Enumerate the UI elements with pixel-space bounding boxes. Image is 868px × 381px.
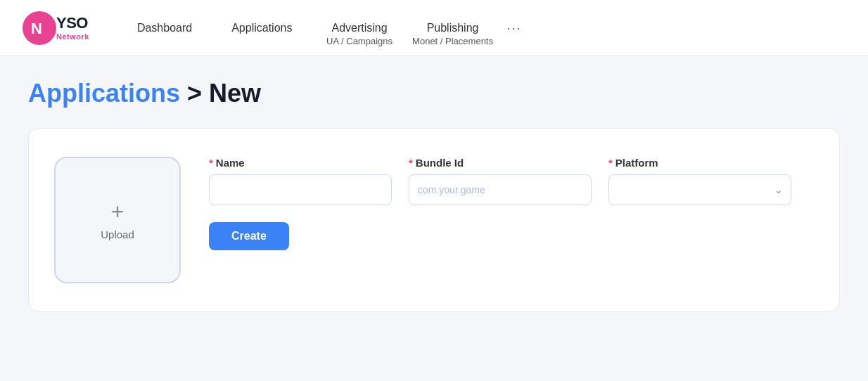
nav-advertising-sub: UA / Campaigns bbox=[326, 37, 392, 46]
platform-field-label: * Platform bbox=[608, 157, 791, 169]
upload-label-text: Upload bbox=[101, 228, 134, 240]
platform-select[interactable]: iOS Android bbox=[608, 174, 791, 205]
bundle-required-star: * bbox=[409, 157, 413, 169]
nav-item-advertising[interactable]: Advertising UA / Campaigns bbox=[312, 0, 407, 56]
fields-row: * Name * Bundle Id * bbox=[209, 157, 814, 205]
bundle-input[interactable] bbox=[409, 174, 592, 205]
nav-applications-label: Applications bbox=[231, 0, 292, 56]
nav-dashboard-label: Dashboard bbox=[137, 0, 192, 56]
logo-yso-text: YSO bbox=[56, 15, 89, 32]
logo-network-text: Network bbox=[56, 32, 89, 41]
form-fields: * Name * Bundle Id * bbox=[209, 157, 814, 250]
svg-text:N: N bbox=[31, 20, 42, 37]
nav-publishing-label: Publishing bbox=[427, 0, 479, 56]
breadcrumb-applications: Applications bbox=[28, 79, 180, 108]
breadcrumb-separator: > bbox=[187, 79, 202, 108]
nav-item-applications[interactable]: Applications bbox=[212, 0, 312, 56]
breadcrumb-new: New bbox=[209, 79, 261, 108]
nav-advertising-label: Advertising bbox=[331, 0, 387, 56]
name-field-group: * Name bbox=[209, 157, 392, 205]
breadcrumb: Applications > New bbox=[28, 79, 840, 108]
form-card: + Upload * Name * Bundle Id bbox=[28, 128, 840, 312]
name-field-label: * Name bbox=[209, 157, 392, 169]
platform-required-star: * bbox=[608, 157, 613, 169]
nav-item-publishing[interactable]: Publishing Monet / Placements bbox=[407, 0, 499, 56]
main-nav: Dashboard Applications Advertising UA / … bbox=[117, 0, 845, 56]
nav-item-dashboard[interactable]: Dashboard bbox=[117, 0, 212, 56]
upload-box[interactable]: + Upload bbox=[54, 157, 181, 283]
logo-icon: N bbox=[23, 11, 56, 45]
name-required-star: * bbox=[209, 157, 213, 169]
upload-plus-icon: + bbox=[111, 200, 125, 223]
platform-field-group: * Platform iOS Android ⌄ bbox=[608, 157, 791, 205]
platform-label-text: Platform bbox=[615, 157, 658, 169]
bundle-label-text: Bundle Id bbox=[416, 157, 464, 169]
create-button-row: Create bbox=[209, 222, 814, 250]
nav-more-button[interactable]: ··· bbox=[498, 0, 530, 56]
main-content: Applications > New + Upload * Name bbox=[0, 56, 868, 335]
nav-publishing-sub: Monet / Placements bbox=[412, 37, 493, 46]
logo-text: YSO Network bbox=[56, 15, 89, 40]
name-label-text: Name bbox=[216, 157, 245, 169]
name-input[interactable] bbox=[209, 174, 392, 205]
logo[interactable]: N YSO Network bbox=[23, 11, 89, 45]
platform-select-wrap: iOS Android ⌄ bbox=[608, 174, 791, 205]
bundle-field-group: * Bundle Id bbox=[409, 157, 592, 205]
bundle-field-label: * Bundle Id bbox=[409, 157, 592, 169]
create-button[interactable]: Create bbox=[209, 222, 289, 250]
